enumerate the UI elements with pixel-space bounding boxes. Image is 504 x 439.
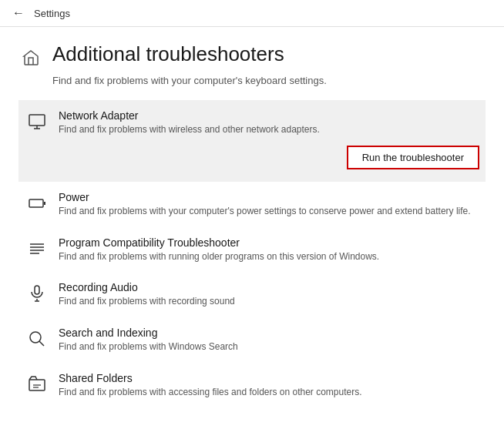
title-bar: ← Settings <box>0 0 504 27</box>
svg-rect-3 <box>29 199 43 207</box>
battery-icon <box>25 191 49 216</box>
svg-rect-0 <box>29 115 45 126</box>
list-item[interactable]: Shared Folders Find and fix problems wit… <box>18 363 486 408</box>
page-header-icon <box>18 45 43 70</box>
home-icon <box>22 49 40 67</box>
svg-line-13 <box>39 341 44 346</box>
item-desc: Find and fix problems with wireless and … <box>59 123 479 136</box>
item-name: Network Adapter <box>59 109 479 122</box>
item-name: Recording Audio <box>59 281 479 293</box>
troubleshooter-list: Network Adapter Find and fix problems wi… <box>18 100 486 408</box>
item-desc: Find and fix problems with your computer… <box>59 205 479 218</box>
item-desc: Find and fix problems with running older… <box>59 250 479 263</box>
main-content: Additional troubleshooters Find and fix … <box>0 27 504 424</box>
item-desc: Find and fix problems with Windows Searc… <box>59 340 479 354</box>
list-item[interactable]: Search and Indexing Find and fix problem… <box>18 317 486 363</box>
list-item[interactable]: Power Find and fix problems with your co… <box>18 182 486 227</box>
item-name: Power <box>59 191 479 203</box>
item-text: Search and Indexing Find and fix problem… <box>59 327 479 354</box>
item-text: Recording Audio Find and fix problems wi… <box>59 281 479 308</box>
item-text: Power Find and fix problems with your co… <box>59 191 479 218</box>
svg-rect-9 <box>35 286 39 294</box>
page-title: Additional troubleshooters <box>52 42 284 66</box>
monitor-icon <box>25 109 49 134</box>
expanded-action-section: Run the troubleshooter <box>18 136 486 182</box>
item-text: Network Adapter Find and fix problems wi… <box>59 109 479 136</box>
item-text: Shared Folders Find and fix problems wit… <box>59 372 479 399</box>
item-name: Shared Folders <box>59 372 479 384</box>
page-header: Additional troubleshooters <box>18 42 486 70</box>
item-desc: Find and fix problems with accessing fil… <box>59 386 479 399</box>
item-name: Search and Indexing <box>59 327 479 339</box>
list-icon <box>25 236 49 261</box>
folder-icon <box>25 372 49 397</box>
run-troubleshooter-button[interactable]: Run the troubleshooter <box>347 146 479 169</box>
item-name: Program Compatibility Troubleshooter <box>59 236 479 249</box>
list-item[interactable]: Program Compatibility Troubleshooter Fin… <box>18 227 486 273</box>
search-icon <box>25 327 49 351</box>
settings-label: Settings <box>34 8 70 19</box>
list-item[interactable]: Network Adapter Find and fix problems wi… <box>18 100 486 136</box>
back-button[interactable]: ← <box>12 6 25 20</box>
svg-point-12 <box>30 332 41 343</box>
list-item[interactable]: Recording Audio Find and fix problems wi… <box>18 272 486 317</box>
item-text: Program Compatibility Troubleshooter Fin… <box>59 236 479 263</box>
item-desc: Find and fix problems with recording sou… <box>59 295 479 308</box>
page-subtitle: Find and fix problems with your computer… <box>18 75 486 86</box>
mic-icon <box>25 281 49 306</box>
